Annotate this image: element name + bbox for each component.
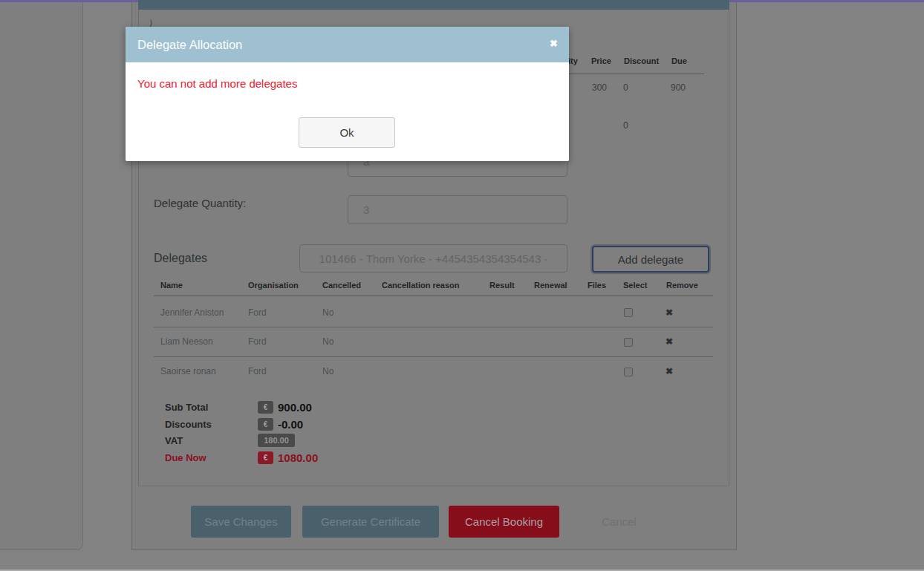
- add-delegate-button[interactable]: Add delegate: [592, 246, 709, 273]
- vat-badge: 180.00: [258, 434, 295, 447]
- select-checkbox[interactable]: [624, 338, 633, 347]
- remove-icon[interactable]: ✖: [666, 307, 673, 318]
- summary-header-discount: Discount: [624, 56, 659, 65]
- delegates-label: Delegates: [154, 252, 207, 265]
- delegate-select[interactable]: 101466 - Thom Yorke - +4454354354354543 …: [299, 244, 567, 273]
- generate-certificate-button[interactable]: Generate Certificate: [302, 506, 439, 538]
- select-checkbox[interactable]: [624, 308, 633, 317]
- col-header-result: Result: [489, 281, 515, 290]
- due-now-value: 1080.00: [278, 451, 318, 464]
- summary-price-value: 300: [592, 82, 607, 93]
- summary-header-due: Due: [671, 56, 687, 65]
- row-organisation: Ford: [248, 307, 267, 318]
- summary-header-price: Price: [591, 56, 611, 65]
- col-header-cancellation-reason: Cancellation reason: [382, 281, 460, 290]
- row-name: Liam Neeson: [160, 336, 213, 347]
- row-cancelled: No: [322, 336, 334, 347]
- summary-due-value: 900: [671, 82, 686, 93]
- select-checkbox[interactable]: [624, 368, 633, 376]
- summary-discount-value: 0: [623, 82, 628, 93]
- col-header-name: Name: [160, 281, 183, 290]
- left-sidebar-panel: [0, 0, 83, 550]
- due-now-label: Due Now: [165, 452, 206, 463]
- table-header-divider: [154, 296, 713, 296]
- modal-error-message: You can not add more delegates: [137, 77, 297, 90]
- sub-total-label: Sub Total: [165, 402, 208, 413]
- delegate-quantity-input[interactable]: 3: [348, 195, 567, 224]
- summary-header-quantity: ity: [568, 56, 578, 65]
- summary-discount-value-2: 0: [623, 120, 628, 131]
- vat-label: VAT: [165, 435, 183, 446]
- row-organisation: Ford: [248, 336, 267, 347]
- euro-badge: €: [258, 401, 273, 414]
- row-name: Jennifer Aniston: [160, 307, 224, 318]
- cancel-link[interactable]: Cancel: [602, 515, 637, 528]
- row-cancelled: No: [322, 366, 334, 376]
- row-organisation: Ford: [248, 366, 267, 376]
- panel-header-bar: [138, 0, 729, 10]
- table-row-divider: [154, 356, 713, 357]
- delegate-allocation-modal: Delegate Allocation ✖ You can not add mo…: [126, 27, 569, 161]
- ok-button[interactable]: Ok: [299, 117, 395, 148]
- col-header-renewal: Renewal: [534, 281, 567, 290]
- modal-title: Delegate Allocation: [137, 38, 242, 52]
- cancel-booking-button[interactable]: Cancel Booking: [449, 506, 559, 538]
- col-header-files: Files: [588, 281, 606, 290]
- col-header-organisation: Organisation: [248, 281, 299, 290]
- remove-icon[interactable]: ✖: [666, 366, 673, 376]
- row-name: Saoirse ronan: [160, 366, 216, 376]
- col-header-remove: Remove: [666, 281, 698, 290]
- close-icon[interactable]: ✖: [550, 38, 558, 49]
- col-header-select: Select: [623, 281, 647, 290]
- save-changes-button[interactable]: Save Changes: [191, 506, 291, 538]
- col-header-cancelled: Cancelled: [322, 281, 361, 290]
- table-row-divider: [154, 327, 713, 327]
- discounts-value: -0.00: [278, 418, 303, 431]
- delegate-quantity-label: Delegate Quantity:: [154, 197, 246, 209]
- euro-badge-red: €: [258, 451, 273, 464]
- remove-icon[interactable]: ✖: [666, 336, 673, 347]
- discounts-label: Discounts: [165, 419, 212, 430]
- euro-badge: €: [258, 418, 273, 431]
- sub-total-value: 900.00: [278, 401, 312, 414]
- row-cancelled: No: [322, 307, 334, 318]
